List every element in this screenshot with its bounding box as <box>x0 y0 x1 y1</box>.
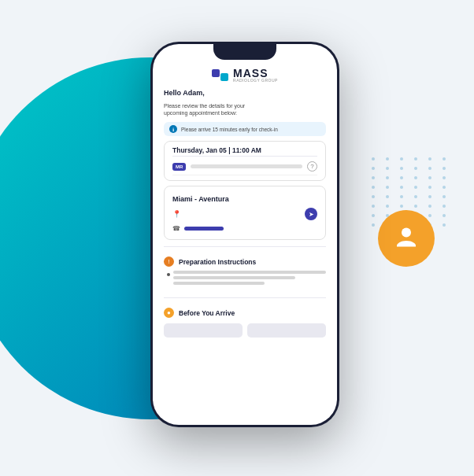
prep-lines <box>173 271 326 285</box>
greeting-hello: Hello Adam, <box>164 89 326 97</box>
prep-line-1 <box>173 271 326 274</box>
phone-row: ☎ <box>172 223 317 234</box>
mr-row: MR ? <box>172 158 317 175</box>
bottom-buttons <box>164 320 326 341</box>
appointment-datetime: Thursday, Jan 05 | 11:00 AM <box>172 146 317 154</box>
location-card: Miami - Aventura 📍 ➤ ☎ <box>164 186 326 240</box>
map-pin-icon: 📍 <box>172 210 181 218</box>
section-divider-2 <box>164 297 326 298</box>
divider-1 <box>172 156 317 157</box>
location-title: Miami - Aventura <box>172 191 317 205</box>
person-icon <box>392 224 420 253</box>
info-banner-text: Please arrive 15 minutes early for check… <box>181 127 278 132</box>
date-card: Thursday, Jan 05 | 11:00 AM MR ? <box>164 141 326 181</box>
mr-badge: MR <box>172 163 186 171</box>
logo-main: MASS <box>233 68 278 79</box>
bullet-dot <box>167 273 170 276</box>
prep-title: Preparation Instructions <box>179 258 256 266</box>
action-button-1[interactable] <box>164 323 243 338</box>
prep-section-header: ! Preparation Instructions <box>164 253 326 269</box>
before-arrive-icon: ● <box>164 308 174 318</box>
prep-line-3 <box>173 282 265 285</box>
before-arrive-header: ● Before You Arrive <box>164 304 326 320</box>
section-divider <box>164 246 326 247</box>
prep-content <box>164 269 326 291</box>
before-arrive-title: Before You Arrive <box>179 309 235 317</box>
logo-sub: RADIOLOGY GROUP <box>233 79 278 83</box>
phone-mockup: MASS RADIOLOGY GROUP Hello Adam, Please … <box>150 42 339 427</box>
screen-content: MASS RADIOLOGY GROUP Hello Adam, Please … <box>153 60 337 425</box>
question-button[interactable]: ? <box>307 161 317 172</box>
prep-instructions-section: ! Preparation Instructions <box>164 253 326 291</box>
prep-line-2 <box>173 276 295 279</box>
logo-icon <box>212 69 228 81</box>
info-banner: ℹ Please arrive 15 minutes early for che… <box>164 122 326 136</box>
directions-icon[interactable]: ➤ <box>305 208 317 220</box>
info-icon: ℹ <box>169 125 177 133</box>
greeting-subtitle: Please review the details for yourupcomi… <box>164 102 326 118</box>
prep-icon: ! <box>164 256 174 267</box>
logo-area: MASS RADIOLOGY GROUP <box>164 68 326 83</box>
action-button-2[interactable] <box>247 323 326 338</box>
prep-bullet-1 <box>167 271 326 285</box>
phone-notch <box>213 44 276 60</box>
logo-text: MASS RADIOLOGY GROUP <box>233 68 278 83</box>
mr-placeholder-line <box>191 164 302 168</box>
phone-number-link[interactable] <box>184 227 224 231</box>
svg-point-0 <box>402 227 411 237</box>
address-row: 📍 ➤ <box>172 205 317 223</box>
phone-icon: ☎ <box>172 225 180 232</box>
before-arrive-section: ● Before You Arrive <box>164 304 326 341</box>
avatar-circle <box>378 210 435 267</box>
